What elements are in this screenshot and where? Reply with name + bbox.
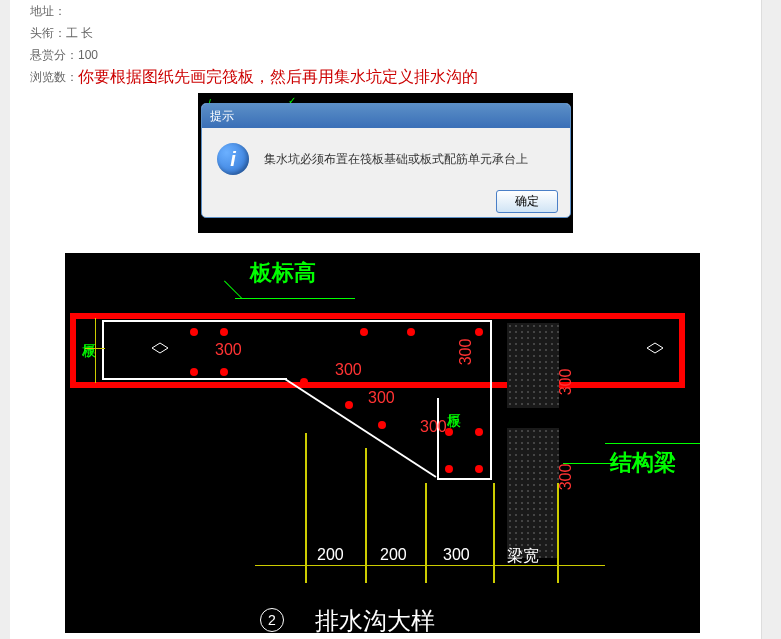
dialog-message: 集水坑必须布置在筏板基础或板式配筋单元承台上 xyxy=(264,151,528,168)
dim-300-bottom: 300 xyxy=(443,546,470,564)
section-number: 2 xyxy=(260,608,284,632)
meta-bounty: 悬赏分： 100 xyxy=(30,44,741,66)
beam-section-2 xyxy=(507,428,559,558)
cad-drawing: 板标高 板厚 板厚 300 300 300 300 300 30 xyxy=(65,253,700,633)
info-icon: i xyxy=(217,143,249,175)
location-label: 地址： xyxy=(30,0,66,22)
meta-location: 地址： 广州 xyxy=(30,0,741,22)
label-slab-elevation: 板标高 xyxy=(250,258,316,288)
dim-300-3: 300 xyxy=(368,389,395,407)
dim-200-2: 200 xyxy=(380,546,407,564)
dim-300-5: 300 xyxy=(457,339,475,366)
answer-text: 你要根据图纸先画完筏板，然后再用集水坑定义排水沟的 xyxy=(78,66,478,88)
dialog-box: 提示 i 集水坑必须布置在筏板基础或板式配筋单元承台上 确定 xyxy=(201,103,571,218)
dim-300-7: 300 xyxy=(557,464,575,491)
dim-300-6: 300 xyxy=(557,369,575,396)
bounty-label: 悬赏分： xyxy=(30,44,78,66)
ok-button[interactable]: 确定 xyxy=(496,190,558,213)
bounty-value: 100 xyxy=(78,44,98,66)
title-value: 工 长 xyxy=(66,22,93,44)
views-label: 浏览数： xyxy=(30,66,78,88)
dialog-title: 提示 xyxy=(202,104,570,128)
meta-info: 地址： 广州 头衔： 工 长 悬赏分： 100 浏览数： 你要根据图纸先画完筏板… xyxy=(30,0,741,88)
title-label: 头衔： xyxy=(30,22,66,44)
dim-300-1: 300 xyxy=(215,341,242,359)
content-area: 地址： 广州 头衔： 工 长 悬赏分： 100 浏览数： 你要根据图纸先画完筏板… xyxy=(10,0,761,639)
meta-views: 浏览数： 你要根据图纸先画完筏板，然后再用集水坑定义排水沟的 xyxy=(30,66,741,88)
label-beam-width: 梁宽 xyxy=(507,546,539,567)
dim-200-1: 200 xyxy=(317,546,344,564)
sidebar-right xyxy=(761,0,781,639)
dim-300-4: 300 xyxy=(420,418,447,436)
beam-section-1 xyxy=(507,323,559,408)
section-title: 排水沟大样 xyxy=(315,605,435,633)
dialog-screenshot: / ✓ ✓ / 提示 i 集水坑必须布置在筏板基础或板式配筋单元承台上 确定 xyxy=(30,93,741,233)
meta-title: 头衔： 工 长 xyxy=(30,22,741,44)
dim-300-2: 300 xyxy=(335,361,362,379)
